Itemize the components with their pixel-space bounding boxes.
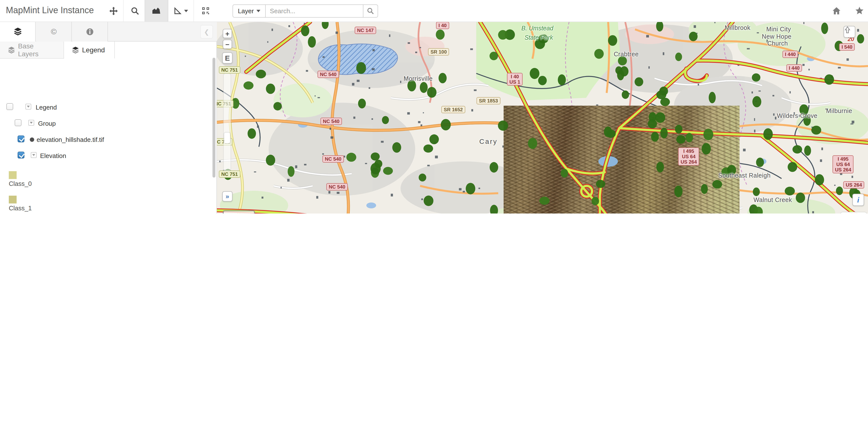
edit-button-label: E [225,54,230,62]
sidebar-collapse-button[interactable]: ❮ [200,25,213,39]
data-point-marker [244,81,253,90]
pan-tool-button[interactable] [102,0,125,22]
data-point-marker [266,84,275,94]
home-button[interactable] [832,6,841,17]
layer-checkbox[interactable] [6,103,13,110]
data-point-marker [356,62,366,74]
data-point-marker [634,77,643,86]
layer-opacity-slider[interactable] [223,74,231,171]
tree-label[interactable]: elevation_hillshade.tif.tif [37,136,104,143]
data-point-marker [538,76,547,85]
qr-grid-icon [202,7,209,15]
data-point-marker [618,56,627,65]
info-tool-button[interactable]: i [852,194,864,206]
data-point-marker [675,53,682,61]
data-point-marker [424,145,433,152]
expand-panel-button[interactable]: » [222,191,232,201]
tree-label[interactable]: Group [38,120,56,127]
data-point-marker [799,105,808,115]
zoom-in-button[interactable]: + [223,29,232,38]
data-point-marker [686,133,693,142]
data-point-marker [796,193,805,203]
tree-row: Legend [0,103,217,113]
home-icon [832,6,841,15]
grid-tool-button[interactable] [193,0,217,22]
data-point-marker [436,30,444,39]
slider-thumb[interactable] [224,133,230,143]
measure-tool-button[interactable] [168,0,193,22]
data-point-marker [620,66,628,77]
tree-label[interactable]: Elevation [40,152,66,160]
data-point-marker [756,158,764,167]
edit-mode-button[interactable]: E [222,52,232,64]
data-point-marker [676,135,686,144]
data-point-marker [660,127,668,138]
move-icon [109,7,118,15]
layer-dropdown-button[interactable]: Layer [232,4,266,18]
star-icon [855,6,864,15]
data-point-marker [466,183,475,194]
map-viewport[interactable]: B. UmsteadState ParkMorrisvilleCaryCrabt… [217,22,868,214]
data-point-marker [656,162,664,172]
data-point-marker [371,163,381,174]
tab-legend[interactable]: Legend [64,41,115,59]
data-point-marker [727,165,736,175]
layer-checkbox[interactable] [18,136,24,142]
up-arrow-icon [844,26,851,33]
data-point-marker [709,92,716,104]
tab-info[interactable] [72,22,108,41]
search-submit-button[interactable] [363,4,378,18]
search-tool-button[interactable] [123,0,147,22]
data-point-marker [427,87,437,97]
data-point-marker [232,98,239,109]
data-point-marker [383,167,393,175]
data-point-marker [371,152,380,161]
data-point-marker [804,145,811,156]
zoom-out-button[interactable]: − [223,39,232,49]
layers-icon [72,46,79,54]
data-point-marker [539,197,550,205]
info-icon: i [857,196,859,204]
data-point-marker [594,49,604,59]
sidebar: © ❮ Base Layers Legend LegendGroupelevat… [0,22,217,214]
tree-label[interactable]: Legend [36,104,57,111]
area-chart-icon [152,7,161,15]
data-point-marker [702,143,711,154]
caret-down-icon [184,9,188,12]
data-point-marker [811,126,822,135]
data-point-marker [558,74,566,85]
info-icon [86,28,94,36]
tree-row: elevation_hillshade.tif.tif [0,135,217,145]
tree-expand-icon[interactable] [31,152,37,158]
favorite-button[interactable] [855,6,864,17]
data-point-marker [490,205,498,214]
data-point-marker [785,187,795,195]
north-arrow-button[interactable] [844,26,855,38]
data-point-marker [622,90,629,99]
legend-class-item: Class_1 [9,195,32,211]
data-point-marker [301,25,309,36]
data-point-marker [392,142,401,153]
data-point-marker [836,155,846,164]
sidebar-text-tabs: Base Layers Legend [0,41,217,59]
layers-icon [8,46,15,54]
data-point-marker [592,197,599,205]
data-point-marker [358,98,366,108]
search-icon [367,7,374,15]
map-scale-bar: 2 km [223,210,255,214]
tab-copyright[interactable]: © [36,22,72,41]
tab-layers[interactable] [0,22,36,41]
profile-tool-button[interactable] [145,0,168,22]
roadsmajor-casing [217,22,868,214]
tab-base-layers[interactable]: Base Layers [0,41,64,59]
sidebar-scrollbar[interactable] [213,58,215,177]
outside-label: outside [844,213,863,214]
tree-expand-icon[interactable] [28,120,34,126]
layer-checkbox[interactable] [14,119,22,126]
layer-checkbox[interactable] [18,152,24,159]
search-input[interactable] [266,4,363,18]
triangle-ruler-icon [174,7,182,15]
roadsmajor-fill [217,22,868,214]
scale-label: 2 km [232,212,245,214]
tree-expand-icon[interactable] [25,104,31,110]
